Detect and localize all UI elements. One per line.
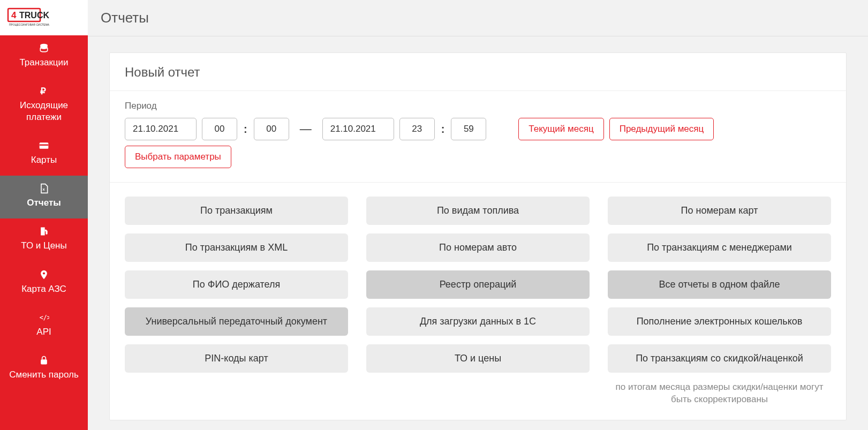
report-button[interactable]: По ФИО держателя bbox=[125, 270, 348, 299]
report-button[interactable]: По транзакциям в XML bbox=[125, 233, 348, 262]
svg-text:TRUCK: TRUCK bbox=[19, 11, 49, 20]
pin-icon bbox=[39, 269, 49, 280]
report-card: Новый отчет Период 21.10.2021 00 : 00 — … bbox=[109, 52, 847, 420]
sidebar-item-label: Карты bbox=[31, 155, 57, 165]
sidebar-item-cards[interactable]: Карты bbox=[0, 133, 88, 176]
from-date-input[interactable]: 21.10.2021 bbox=[125, 118, 197, 140]
period-label: Период bbox=[125, 101, 831, 111]
report-button[interactable]: По транзакциям с менеджерами bbox=[608, 233, 831, 262]
report-button[interactable]: ТО и цены bbox=[366, 344, 590, 373]
svg-text:₽: ₽ bbox=[40, 86, 46, 96]
sidebar-item-change-password[interactable]: Сменить пароль bbox=[0, 348, 88, 390]
choose-params-button[interactable]: Выбрать параметры bbox=[125, 146, 231, 168]
sidebar-item-label: Исходящие платежи bbox=[20, 100, 68, 122]
svg-text:</>: </> bbox=[40, 314, 49, 321]
sidebar-item-api[interactable]: </>API bbox=[0, 305, 88, 348]
from-hour-input[interactable]: 00 bbox=[202, 118, 237, 140]
period-block: Период 21.10.2021 00 : 00 — 21.10.2021 2… bbox=[110, 91, 846, 183]
reports-grid: По транзакциямПо видам топливаПо номерам… bbox=[110, 183, 846, 420]
sidebar-item-reports[interactable]: xОтчеты bbox=[0, 176, 88, 218]
report-button[interactable]: Все отчеты в одном файле bbox=[608, 270, 831, 299]
from-minute-input[interactable]: 00 bbox=[254, 118, 289, 140]
ruble-icon: ₽ bbox=[39, 86, 49, 96]
page-title: Отчеты bbox=[88, 0, 868, 36]
lock-icon bbox=[39, 355, 49, 366]
colon: : bbox=[243, 123, 248, 135]
svg-rect-11 bbox=[41, 359, 47, 364]
svg-text:4: 4 bbox=[11, 10, 17, 20]
code-icon: </> bbox=[39, 312, 49, 323]
report-button[interactable]: По номерам авто bbox=[366, 233, 590, 262]
sidebar-item-label: Отчеты bbox=[27, 198, 61, 208]
card-icon bbox=[39, 140, 49, 151]
sidebar-item-map[interactable]: Карта АЗС bbox=[0, 262, 88, 305]
sidebar-item-label: Транзакции bbox=[19, 57, 68, 67]
sidebar-item-label: API bbox=[36, 327, 51, 337]
report-button[interactable]: PIN-коды карт bbox=[125, 344, 348, 373]
report-button[interactable]: Реестр операций bbox=[366, 270, 590, 299]
previous-month-button[interactable]: Предыдущий месяц bbox=[609, 118, 714, 140]
report-button[interactable]: По номерам карт bbox=[608, 197, 831, 225]
to-hour-input[interactable]: 23 bbox=[399, 118, 435, 140]
sidebar-item-transactions[interactable]: Транзакции bbox=[0, 35, 88, 78]
report-button[interactable]: По видам топлива bbox=[366, 197, 590, 225]
file-x-icon: x bbox=[39, 183, 49, 194]
main: Отчеты Новый отчет Период 21.10.2021 00 … bbox=[88, 0, 868, 430]
db-icon bbox=[39, 43, 49, 54]
current-month-button[interactable]: Текущий месяц bbox=[518, 118, 603, 140]
sidebar-item-label: ТО и Цены bbox=[21, 240, 66, 251]
report-button[interactable]: По транзакциям со скидкой/наценкой bbox=[608, 344, 831, 373]
report-button[interactable]: Универсальный передаточный документ bbox=[125, 307, 348, 336]
report-button[interactable]: Пополнение электронных кошельков bbox=[608, 307, 831, 336]
logo: 4 TRUCK ПРОЦЕССИНГОВАЯ СИСТЕМА bbox=[0, 0, 88, 35]
sidebar-item-label: Карта АЗС bbox=[21, 284, 66, 294]
sidebar: Транзакции₽Исходящие платежиКартыxОтчеты… bbox=[0, 0, 88, 430]
svg-point-9 bbox=[43, 272, 45, 274]
footnote: по итогам месяца размеры скидки/наценки … bbox=[608, 381, 831, 406]
to-date-input[interactable]: 21.10.2021 bbox=[322, 118, 394, 140]
report-button[interactable]: Для загрузки данных в 1С bbox=[366, 307, 590, 336]
range-dash: — bbox=[295, 122, 317, 136]
svg-text:x: x bbox=[43, 187, 46, 192]
sidebar-item-payments[interactable]: ₽Исходящие платежи bbox=[0, 78, 88, 133]
colon: : bbox=[440, 123, 446, 135]
report-button[interactable]: По транзакциям bbox=[125, 197, 348, 225]
sidebar-item-to-prices[interactable]: ТО и Цены bbox=[0, 218, 88, 261]
svg-rect-7 bbox=[40, 145, 49, 146]
pump-icon bbox=[39, 226, 49, 237]
svg-text:ПРОЦЕССИНГОВАЯ СИСТЕМА: ПРОЦЕССИНГОВАЯ СИСТЕМА bbox=[9, 24, 50, 26]
sidebar-item-label: Сменить пароль bbox=[9, 369, 79, 380]
card-title: Новый отчет bbox=[110, 53, 846, 91]
to-minute-input[interactable]: 59 bbox=[451, 118, 486, 140]
